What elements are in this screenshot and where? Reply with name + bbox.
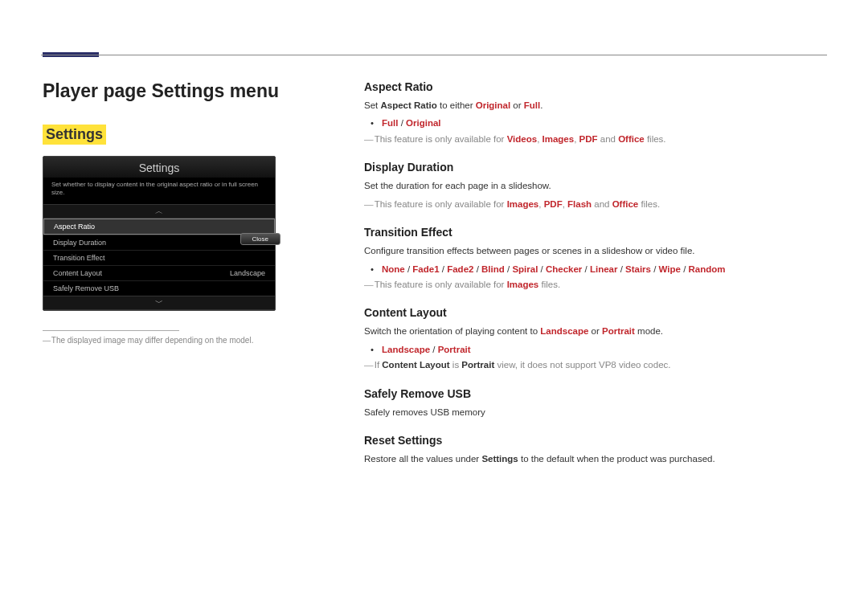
text: files. (638, 199, 660, 209)
safely-remove-usb-desc: Safely removes USB memory (364, 405, 822, 419)
settings-row-transition-effect: Transition Effect (43, 250, 275, 265)
option-full: Full (382, 118, 398, 128)
text: to either (437, 100, 476, 110)
option-blind: Blind (481, 264, 505, 274)
option-original: Original (406, 118, 440, 128)
settings-row-aspect-ratio: Aspect Ratio (43, 219, 275, 235)
reset-settings-heading: Reset Settings (364, 434, 822, 447)
text: or (510, 100, 524, 110)
text: files. (645, 134, 666, 144)
display-duration-heading: Display Duration (364, 161, 822, 174)
option-checker: Checker (546, 264, 582, 274)
term-videos: Videos (507, 134, 538, 144)
settings-panel: Settings Set whether to display content … (43, 156, 276, 311)
chevron-down-icon: ﹀ (43, 296, 275, 310)
transition-effect-note: This feature is only available for Image… (364, 277, 822, 292)
aspect-ratio-desc: Set Aspect Ratio to either Original or F… (364, 98, 822, 112)
settings-row-safely-remove-usb: Safely Remove USB (43, 280, 275, 296)
term-pdf: PDF (544, 199, 563, 209)
transition-effect-desc: Configure transition effects between pag… (364, 243, 822, 258)
reset-settings-desc: Restore all the values under Settings to… (364, 452, 822, 466)
safely-remove-usb-heading: Safely Remove USB (364, 387, 822, 400)
separator: / (473, 264, 481, 274)
image-disclaimer-note: The displayed image may differ depending… (43, 336, 292, 345)
term-full: Full (524, 100, 540, 110)
right-column: Aspect Ratio Set Aspect Ratio to either … (364, 80, 822, 470)
term-portrait: Portrait (602, 326, 635, 336)
option-fade1: Fade1 (412, 264, 439, 274)
option-none: None (382, 264, 405, 274)
text: mode. (635, 326, 663, 336)
option-wipe: Wipe (659, 264, 681, 274)
term-content-layout: Content Layout (382, 360, 449, 370)
settings-panel-image: Settings Set whether to display content … (43, 156, 292, 311)
term-pdf: PDF (579, 134, 598, 144)
display-duration-desc: Set the duration for each page in a slid… (364, 178, 822, 193)
term-images: Images (507, 199, 539, 209)
option-linear: Linear (590, 264, 618, 274)
transition-effect-heading: Transition Effect (364, 226, 822, 239)
settings-panel-hint: Set whether to display content in the or… (43, 178, 275, 204)
text: Switch the orientation of playing conten… (364, 326, 540, 336)
separator: / (651, 264, 659, 274)
separator: / (681, 264, 689, 274)
separator: / (430, 345, 438, 354)
left-column: Player page Settings menu Settings Setti… (43, 80, 292, 345)
text: and (598, 134, 619, 144)
text: is (450, 360, 462, 370)
settings-row-label: Aspect Ratio (54, 223, 95, 231)
transition-effect-options-bullet: None / Fade1 / Fade2 / Blind / Spiral / … (364, 262, 822, 278)
text: This feature is only available for (375, 134, 507, 144)
term-landscape: Landscape (540, 326, 588, 336)
text: Restore all the values under (364, 454, 481, 464)
option-spiral: Spiral (512, 264, 538, 274)
close-button: Close (240, 233, 280, 245)
text: . (540, 100, 542, 110)
settings-row-label: Content Layout (53, 269, 102, 277)
footnote-rule (43, 330, 179, 331)
term-images: Images (542, 134, 575, 144)
content-layout-note: If Content Layout is Portrait view, it d… (364, 358, 822, 372)
option-landscape: Landscape (382, 345, 430, 354)
settings-row-content-layout: Content Layout Landscape (43, 265, 275, 280)
header-rule (41, 55, 827, 55)
settings-panel-title: Settings (43, 157, 275, 178)
separator: / (617, 264, 625, 274)
option-stairs: Stairs (625, 264, 651, 274)
separator: / (582, 264, 590, 274)
aspect-ratio-options-bullet: Full / Original (364, 116, 822, 132)
text: files. (538, 280, 560, 289)
option-random: Random (689, 264, 726, 274)
text: view, it does not support VP8 video code… (494, 360, 670, 370)
aspect-ratio-heading: Aspect Ratio (364, 80, 822, 93)
term-office: Office (618, 134, 645, 144)
page-title: Player page Settings menu (43, 80, 292, 102)
term-flash: Flash (567, 199, 592, 209)
text: or (588, 326, 602, 336)
settings-row-value: Landscape (230, 269, 265, 277)
text: Set (364, 100, 380, 110)
aspect-ratio-note: This feature is only available for Video… (364, 132, 822, 146)
term-office: Office (612, 199, 639, 209)
text: If (375, 360, 383, 370)
term-settings: Settings (481, 454, 518, 464)
term-portrait: Portrait (461, 360, 494, 370)
text: This feature is only available for (375, 280, 507, 289)
text: This feature is only available for (375, 199, 507, 209)
term-images: Images (507, 280, 539, 289)
text: to the default when the product was purc… (518, 454, 715, 464)
separator: / (538, 264, 546, 274)
chevron-up-icon: ︿ (43, 204, 275, 219)
text: and (592, 199, 612, 209)
content-layout-desc: Switch the orientation of playing conten… (364, 324, 822, 338)
term-aspect-ratio: Aspect Ratio (380, 100, 436, 110)
separator: / (505, 264, 513, 274)
section-name-highlight: Settings (43, 125, 106, 145)
option-portrait: Portrait (438, 345, 471, 354)
settings-row-label: Display Duration (53, 239, 106, 247)
term-original: Original (476, 100, 510, 110)
settings-row-label: Transition Effect (53, 254, 105, 262)
separator: / (398, 118, 406, 128)
option-fade2: Fade2 (447, 264, 473, 274)
separator: / (405, 264, 413, 274)
